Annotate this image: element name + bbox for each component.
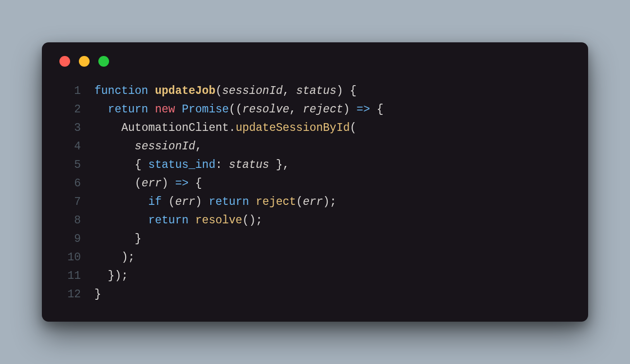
token-kw: function <box>94 85 155 97</box>
token-punc: ) <box>162 177 175 190</box>
token-punc <box>94 103 108 116</box>
token-method: resolve <box>195 214 242 227</box>
token-param: status <box>296 85 336 97</box>
token-punc: { <box>188 177 202 190</box>
code-line: 4 sessionId, <box>57 138 573 156</box>
code-content: if (err) return reject(err); <box>94 193 336 212</box>
code-line: 7 if (err) return reject(err); <box>57 193 573 212</box>
token-param: err <box>303 196 323 208</box>
token-punc: ) <box>195 196 209 208</box>
line-number: 8 <box>57 212 81 230</box>
token-punc: } <box>94 233 142 245</box>
code-line: 9 } <box>57 230 573 249</box>
token-prop: status_ind <box>148 159 215 171</box>
code-content: } <box>94 230 142 249</box>
token-param: err <box>175 196 195 208</box>
token-punc: }, <box>269 159 289 171</box>
token-punc: (); <box>242 214 262 227</box>
token-punc: : <box>215 159 229 171</box>
line-number: 11 <box>57 267 81 286</box>
code-content: sessionId, <box>94 138 202 156</box>
token-punc <box>94 196 148 208</box>
code-line: 1function updateJob(sessionId, status) { <box>57 82 573 101</box>
line-number: 2 <box>57 101 81 119</box>
token-punc: ) { <box>336 85 356 97</box>
token-punc <box>94 122 121 134</box>
zoom-icon[interactable] <box>98 56 109 67</box>
code-content: } <box>94 286 101 304</box>
token-punc: . <box>229 122 236 134</box>
line-number: 10 <box>57 249 81 267</box>
token-kw: return <box>209 196 256 208</box>
token-param: reject <box>303 103 343 116</box>
token-punc: ( <box>350 122 357 134</box>
line-number: 4 <box>57 138 81 156</box>
line-number: 5 <box>57 156 81 175</box>
code-line: 10 ); <box>57 249 573 267</box>
code-line: 6 (err) => { <box>57 175 573 193</box>
token-punc: ( <box>162 196 175 208</box>
traffic-lights <box>59 56 573 67</box>
token-cls: Promise <box>182 103 229 116</box>
close-icon[interactable] <box>59 56 70 67</box>
token-punc: ); <box>94 251 135 264</box>
code-block: 1function updateJob(sessionId, status) {… <box>57 82 573 304</box>
token-punc: { <box>94 159 148 171</box>
token-arrow: => <box>175 177 189 190</box>
code-content: return new Promise((resolve, reject) => … <box>94 101 384 119</box>
token-arrow: => <box>356 103 370 116</box>
code-line: 2 return new Promise((resolve, reject) =… <box>57 101 573 119</box>
token-param: resolve <box>242 103 290 116</box>
code-content: ); <box>94 249 135 267</box>
token-punc: } <box>94 288 101 301</box>
token-kw: return <box>148 214 195 227</box>
token-punc: , <box>283 85 296 97</box>
token-punc: { <box>370 103 384 116</box>
token-ident: AutomationClient <box>121 122 229 134</box>
code-line: 12} <box>57 286 573 304</box>
token-punc <box>94 214 148 227</box>
code-content: { status_ind: status }, <box>94 156 289 175</box>
code-content: }); <box>94 267 128 286</box>
token-punc: ( <box>215 85 222 97</box>
token-punc: ) <box>343 103 357 116</box>
token-punc: , <box>195 140 202 153</box>
line-number: 1 <box>57 82 81 101</box>
code-content: (err) => { <box>94 175 202 193</box>
token-param: sessionId <box>135 140 195 153</box>
token-punc: , <box>289 103 303 116</box>
code-line: 11 }); <box>57 267 573 286</box>
code-line: 3 AutomationClient.updateSessionById( <box>57 119 573 138</box>
line-number: 12 <box>57 286 81 304</box>
token-param: err <box>142 177 162 190</box>
token-punc: ( <box>296 196 303 208</box>
token-punc: }); <box>94 270 128 282</box>
token-punc <box>94 140 135 153</box>
code-content: return resolve(); <box>94 212 262 230</box>
minimize-icon[interactable] <box>79 56 90 67</box>
token-method: updateSessionById <box>236 122 350 134</box>
code-line: 8 return resolve(); <box>57 212 573 230</box>
code-window: 1function updateJob(sessionId, status) {… <box>42 42 588 321</box>
token-method: reject <box>256 196 296 208</box>
token-punc: (( <box>229 103 242 116</box>
token-punc: ( <box>94 177 142 190</box>
code-content: AutomationClient.updateSessionById( <box>94 119 356 138</box>
line-number: 7 <box>57 193 81 212</box>
code-line: 5 { status_ind: status }, <box>57 156 573 175</box>
token-kw: if <box>148 196 162 208</box>
code-content: function updateJob(sessionId, status) { <box>94 82 356 101</box>
token-punc: ); <box>323 196 336 208</box>
token-param: status <box>229 159 269 171</box>
line-number: 6 <box>57 175 81 193</box>
token-fn-name: updateJob <box>155 85 215 97</box>
token-new-kw: new <box>155 103 182 116</box>
token-param: sessionId <box>222 85 282 97</box>
line-number: 3 <box>57 119 81 138</box>
token-kw: return <box>108 103 155 116</box>
line-number: 9 <box>57 230 81 249</box>
